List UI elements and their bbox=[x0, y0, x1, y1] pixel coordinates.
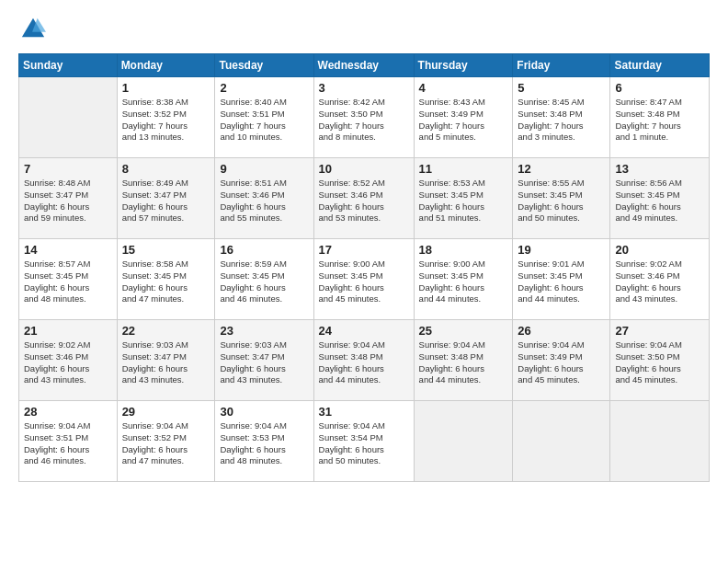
cell-info: Sunrise: 8:47 AM Sunset: 3:48 PM Dayligh… bbox=[615, 97, 704, 144]
calendar-cell: 30Sunrise: 9:04 AM Sunset: 3:53 PM Dayli… bbox=[215, 401, 313, 482]
cell-info: Sunrise: 8:58 AM Sunset: 3:45 PM Dayligh… bbox=[122, 259, 210, 305]
cell-info: Sunrise: 9:04 AM Sunset: 3:52 PM Dayligh… bbox=[122, 420, 210, 467]
cell-date: 3 bbox=[319, 81, 409, 95]
calendar-cell: 25Sunrise: 9:04 AM Sunset: 3:48 PM Dayli… bbox=[414, 320, 513, 401]
calendar-cell: 15Sunrise: 8:58 AM Sunset: 3:45 PM Dayli… bbox=[117, 239, 215, 320]
calendar-cell: 24Sunrise: 9:04 AM Sunset: 3:48 PM Dayli… bbox=[313, 320, 414, 401]
cell-info: Sunrise: 9:04 AM Sunset: 3:48 PM Dayligh… bbox=[319, 339, 409, 386]
weekday-header-wednesday: Wednesday bbox=[313, 54, 414, 77]
page: SundayMondayTuesdayWednesdayThursdayFrid… bbox=[0, 0, 728, 563]
calendar-cell: 1Sunrise: 8:38 AM Sunset: 3:52 PM Daylig… bbox=[117, 77, 215, 158]
cell-date: 11 bbox=[419, 162, 508, 176]
weekday-header-saturday: Saturday bbox=[610, 54, 710, 77]
cell-info: Sunrise: 9:00 AM Sunset: 3:45 PM Dayligh… bbox=[319, 259, 409, 305]
logo bbox=[18, 15, 46, 44]
cell-date: 5 bbox=[518, 81, 605, 95]
cell-info: Sunrise: 8:51 AM Sunset: 3:46 PM Dayligh… bbox=[220, 178, 308, 224]
calendar-cell: 8Sunrise: 8:49 AM Sunset: 3:47 PM Daylig… bbox=[117, 158, 215, 239]
cell-date: 30 bbox=[220, 405, 308, 419]
weekday-header-tuesday: Tuesday bbox=[215, 54, 313, 77]
cell-info: Sunrise: 8:43 AM Sunset: 3:49 PM Dayligh… bbox=[419, 97, 508, 144]
cell-info: Sunrise: 9:04 AM Sunset: 3:54 PM Dayligh… bbox=[319, 420, 409, 467]
cell-info: Sunrise: 9:04 AM Sunset: 3:51 PM Dayligh… bbox=[24, 420, 112, 467]
cell-date: 31 bbox=[319, 405, 409, 419]
calendar-cell: 5Sunrise: 8:45 AM Sunset: 3:48 PM Daylig… bbox=[513, 77, 610, 158]
calendar-week-5: 28Sunrise: 9:04 AM Sunset: 3:51 PM Dayli… bbox=[19, 401, 710, 482]
calendar-cell: 19Sunrise: 9:01 AM Sunset: 3:45 PM Dayli… bbox=[513, 239, 610, 320]
cell-info: Sunrise: 8:56 AM Sunset: 3:45 PM Dayligh… bbox=[615, 178, 704, 224]
cell-date: 21 bbox=[24, 324, 112, 338]
calendar-cell: 23Sunrise: 9:03 AM Sunset: 3:47 PM Dayli… bbox=[215, 320, 313, 401]
cell-date: 14 bbox=[24, 243, 112, 257]
calendar-cell: 9Sunrise: 8:51 AM Sunset: 3:46 PM Daylig… bbox=[215, 158, 313, 239]
calendar-cell bbox=[19, 77, 118, 158]
cell-info: Sunrise: 8:45 AM Sunset: 3:48 PM Dayligh… bbox=[518, 97, 605, 144]
cell-info: Sunrise: 8:42 AM Sunset: 3:50 PM Dayligh… bbox=[319, 97, 409, 144]
cell-date: 15 bbox=[122, 243, 210, 257]
cell-date: 9 bbox=[220, 162, 308, 176]
weekday-header-thursday: Thursday bbox=[414, 54, 513, 77]
cell-info: Sunrise: 9:04 AM Sunset: 3:53 PM Dayligh… bbox=[220, 420, 308, 467]
cell-date: 23 bbox=[220, 324, 308, 338]
calendar-cell: 22Sunrise: 9:03 AM Sunset: 3:47 PM Dayli… bbox=[117, 320, 215, 401]
weekday-header-monday: Monday bbox=[117, 54, 215, 77]
cell-date: 13 bbox=[615, 162, 704, 176]
cell-date: 28 bbox=[24, 405, 112, 419]
calendar-week-3: 14Sunrise: 8:57 AM Sunset: 3:45 PM Dayli… bbox=[19, 239, 710, 320]
cell-date: 27 bbox=[615, 324, 704, 338]
calendar-cell: 17Sunrise: 9:00 AM Sunset: 3:45 PM Dayli… bbox=[313, 239, 414, 320]
calendar-cell: 12Sunrise: 8:55 AM Sunset: 3:45 PM Dayli… bbox=[513, 158, 610, 239]
cell-date: 29 bbox=[122, 405, 210, 419]
cell-date: 6 bbox=[615, 81, 704, 95]
cell-info: Sunrise: 9:04 AM Sunset: 3:50 PM Dayligh… bbox=[615, 339, 704, 386]
cell-info: Sunrise: 9:02 AM Sunset: 3:46 PM Dayligh… bbox=[24, 339, 112, 386]
cell-date: 18 bbox=[419, 243, 508, 257]
calendar-cell: 28Sunrise: 9:04 AM Sunset: 3:51 PM Dayli… bbox=[19, 401, 118, 482]
cell-date: 4 bbox=[419, 81, 508, 95]
calendar-cell bbox=[513, 401, 610, 482]
cell-date: 20 bbox=[615, 243, 704, 257]
logo-icon bbox=[20, 15, 46, 40]
weekday-header-friday: Friday bbox=[513, 54, 610, 77]
calendar-cell: 27Sunrise: 9:04 AM Sunset: 3:50 PM Dayli… bbox=[610, 320, 710, 401]
weekday-header-sunday: Sunday bbox=[19, 54, 118, 77]
calendar-cell: 3Sunrise: 8:42 AM Sunset: 3:50 PM Daylig… bbox=[313, 77, 414, 158]
cell-info: Sunrise: 8:49 AM Sunset: 3:47 PM Dayligh… bbox=[122, 178, 210, 224]
calendar-cell: 2Sunrise: 8:40 AM Sunset: 3:51 PM Daylig… bbox=[215, 77, 313, 158]
calendar-table: SundayMondayTuesdayWednesdayThursdayFrid… bbox=[18, 53, 710, 482]
cell-info: Sunrise: 8:55 AM Sunset: 3:45 PM Dayligh… bbox=[518, 178, 605, 224]
calendar-cell: 6Sunrise: 8:47 AM Sunset: 3:48 PM Daylig… bbox=[610, 77, 710, 158]
cell-info: Sunrise: 8:40 AM Sunset: 3:51 PM Dayligh… bbox=[220, 97, 308, 144]
calendar-cell: 31Sunrise: 9:04 AM Sunset: 3:54 PM Dayli… bbox=[313, 401, 414, 482]
cell-date: 19 bbox=[518, 243, 605, 257]
calendar-body: 1Sunrise: 8:38 AM Sunset: 3:52 PM Daylig… bbox=[19, 77, 710, 482]
cell-info: Sunrise: 9:03 AM Sunset: 3:47 PM Dayligh… bbox=[220, 339, 308, 386]
cell-info: Sunrise: 8:52 AM Sunset: 3:46 PM Dayligh… bbox=[319, 178, 409, 224]
cell-info: Sunrise: 9:03 AM Sunset: 3:47 PM Dayligh… bbox=[122, 339, 210, 386]
cell-info: Sunrise: 9:04 AM Sunset: 3:49 PM Dayligh… bbox=[518, 339, 605, 386]
cell-date: 16 bbox=[220, 243, 308, 257]
cell-date: 26 bbox=[518, 324, 605, 338]
calendar-cell: 10Sunrise: 8:52 AM Sunset: 3:46 PM Dayli… bbox=[313, 158, 414, 239]
cell-date: 2 bbox=[220, 81, 308, 95]
cell-date: 24 bbox=[319, 324, 409, 338]
cell-date: 22 bbox=[122, 324, 210, 338]
calendar-cell: 21Sunrise: 9:02 AM Sunset: 3:46 PM Dayli… bbox=[19, 320, 118, 401]
calendar-cell: 14Sunrise: 8:57 AM Sunset: 3:45 PM Dayli… bbox=[19, 239, 118, 320]
cell-date: 7 bbox=[24, 162, 112, 176]
calendar-cell: 11Sunrise: 8:53 AM Sunset: 3:45 PM Dayli… bbox=[414, 158, 513, 239]
calendar-cell: 4Sunrise: 8:43 AM Sunset: 3:49 PM Daylig… bbox=[414, 77, 513, 158]
cell-info: Sunrise: 9:01 AM Sunset: 3:45 PM Dayligh… bbox=[518, 259, 605, 305]
cell-info: Sunrise: 8:53 AM Sunset: 3:45 PM Dayligh… bbox=[419, 178, 508, 224]
calendar-cell: 26Sunrise: 9:04 AM Sunset: 3:49 PM Dayli… bbox=[513, 320, 610, 401]
calendar-header: SundayMondayTuesdayWednesdayThursdayFrid… bbox=[19, 54, 710, 77]
cell-info: Sunrise: 8:59 AM Sunset: 3:45 PM Dayligh… bbox=[220, 259, 308, 305]
cell-info: Sunrise: 8:57 AM Sunset: 3:45 PM Dayligh… bbox=[24, 259, 112, 305]
cell-date: 17 bbox=[319, 243, 409, 257]
calendar-cell bbox=[414, 401, 513, 482]
cell-date: 12 bbox=[518, 162, 605, 176]
cell-info: Sunrise: 9:04 AM Sunset: 3:48 PM Dayligh… bbox=[419, 339, 508, 386]
calendar-week-4: 21Sunrise: 9:02 AM Sunset: 3:46 PM Dayli… bbox=[19, 320, 710, 401]
cell-date: 25 bbox=[419, 324, 508, 338]
cell-info: Sunrise: 9:02 AM Sunset: 3:46 PM Dayligh… bbox=[615, 259, 704, 305]
